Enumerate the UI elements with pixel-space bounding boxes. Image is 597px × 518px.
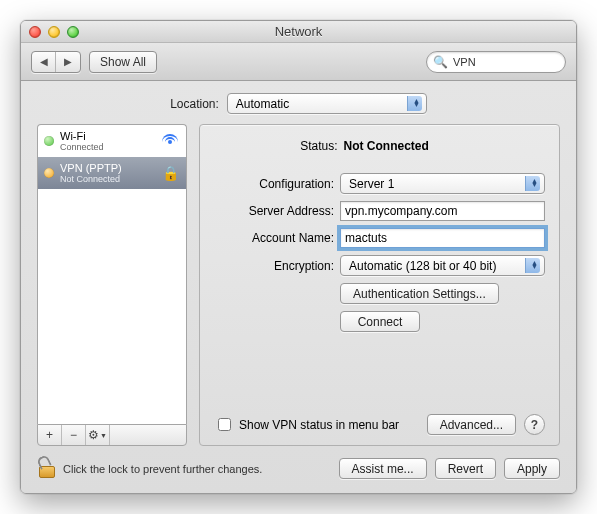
encryption-popup[interactable]: Automatic (128 bit or 40 bit) ▲▼: [340, 255, 545, 276]
nav-back-forward: ◀ ▶: [31, 51, 81, 73]
show-all-button[interactable]: Show All: [89, 51, 157, 73]
content-area: Location: Automatic ▲▼ Wi-Fi Connected: [21, 81, 576, 493]
assist-me-button[interactable]: Assist me...: [339, 458, 427, 479]
lock-icon: 🔒: [160, 165, 180, 181]
service-item-wifi[interactable]: Wi-Fi Connected: [38, 125, 186, 157]
configuration-popup[interactable]: Server 1 ▲▼: [340, 173, 545, 194]
popup-arrows-icon: ▲▼: [531, 179, 538, 189]
zoom-window-button[interactable]: [67, 26, 79, 38]
titlebar: Network: [21, 21, 576, 43]
status-value: Not Connected: [344, 139, 429, 153]
search-icon: 🔍: [433, 55, 448, 69]
lock-open-icon[interactable]: [37, 460, 55, 478]
service-actions-button[interactable]: ⚙▼: [86, 425, 110, 445]
service-status: Connected: [60, 142, 154, 152]
location-row: Location: Automatic ▲▼: [37, 93, 560, 114]
server-address-input[interactable]: [340, 201, 545, 221]
status-row: Status: Not Connected: [214, 139, 545, 153]
window-controls: [21, 26, 79, 38]
server-address-label: Server Address:: [214, 204, 334, 218]
toolbar: ◀ ▶ Show All 🔍 ✕: [21, 43, 576, 81]
detail-pane: Status: Not Connected Configuration: Ser…: [199, 124, 560, 446]
service-status: Not Connected: [60, 174, 154, 184]
connect-button[interactable]: Connect: [340, 311, 420, 332]
remove-service-button[interactable]: −: [62, 425, 86, 445]
auth-settings-button[interactable]: Authentication Settings...: [340, 283, 499, 304]
show-vpn-status-checkbox[interactable]: Show VPN status in menu bar: [214, 415, 399, 434]
status-dot-icon: [44, 136, 54, 146]
back-button[interactable]: ◀: [32, 52, 56, 72]
footer-row: Click the lock to prevent further change…: [37, 458, 560, 479]
forward-button[interactable]: ▶: [56, 52, 80, 72]
status-label: Status:: [300, 139, 337, 153]
services-footer: + − ⚙▼: [37, 424, 187, 446]
configuration-label: Configuration:: [214, 177, 334, 191]
window-title: Network: [21, 24, 576, 39]
apply-button[interactable]: Apply: [504, 458, 560, 479]
show-vpn-status-label: Show VPN status in menu bar: [239, 418, 399, 432]
show-vpn-status-input[interactable]: [218, 418, 231, 431]
help-button[interactable]: ?: [524, 414, 545, 435]
service-name: VPN (PPTP): [60, 162, 154, 174]
close-window-button[interactable]: [29, 26, 41, 38]
search-field[interactable]: 🔍 ✕: [426, 51, 566, 73]
search-input[interactable]: [451, 55, 577, 69]
account-name-label: Account Name:: [214, 231, 334, 245]
minimize-window-button[interactable]: [48, 26, 60, 38]
services-sidebar: Wi-Fi Connected VPN (PPTP) Not Connected: [37, 124, 187, 446]
encryption-value: Automatic (128 bit or 40 bit): [349, 259, 496, 273]
services-list: Wi-Fi Connected VPN (PPTP) Not Connected: [37, 124, 187, 424]
location-popup[interactable]: Automatic ▲▼: [227, 93, 427, 114]
lock-message: Click the lock to prevent further change…: [63, 463, 331, 475]
revert-button[interactable]: Revert: [435, 458, 496, 479]
location-value: Automatic: [236, 97, 289, 111]
configuration-value: Server 1: [349, 177, 394, 191]
gear-icon: ⚙: [88, 428, 99, 442]
encryption-label: Encryption:: [214, 259, 334, 273]
add-service-button[interactable]: +: [38, 425, 62, 445]
service-name: Wi-Fi: [60, 130, 154, 142]
preferences-window: Network ◀ ▶ Show All 🔍 ✕ Location: Autom…: [20, 20, 577, 494]
location-label: Location:: [170, 97, 219, 111]
advanced-button[interactable]: Advanced...: [427, 414, 516, 435]
popup-arrows-icon: ▲▼: [413, 99, 420, 109]
status-dot-icon: [44, 168, 54, 178]
popup-arrows-icon: ▲▼: [531, 261, 538, 271]
account-name-input[interactable]: [340, 228, 545, 248]
chevron-down-icon: ▼: [100, 432, 107, 439]
wifi-icon: [160, 133, 180, 149]
vpn-form: Configuration: Server 1 ▲▼ Server Addres…: [214, 173, 545, 332]
service-item-vpn[interactable]: VPN (PPTP) Not Connected 🔒: [38, 157, 186, 189]
